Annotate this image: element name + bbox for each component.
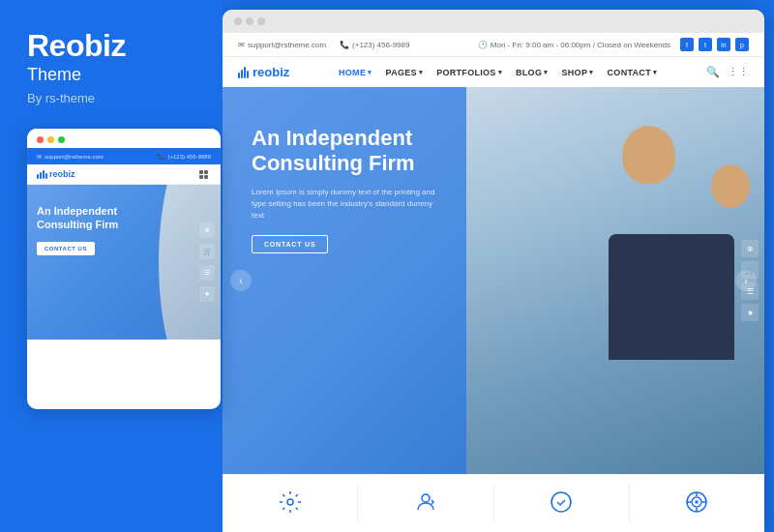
nav-blog[interactable]: BLOG ▾ (516, 68, 549, 77)
twitter-icon[interactable]: t (699, 38, 712, 51)
email-icon: ✉ (37, 153, 42, 160)
feature-person-icon (414, 490, 437, 517)
left-panel: Reobiz Theme By rs-theme ✉ support@rsthe… (0, 0, 223, 532)
chevron-icon: ▾ (419, 69, 423, 76)
mobile-right-icon-1: ⊕ (199, 222, 215, 238)
feature-2 (358, 485, 493, 522)
search-icon[interactable]: 🔍 (706, 66, 720, 78)
bar4 (45, 173, 47, 179)
nav-home[interactable]: HOME ▾ (339, 68, 372, 77)
feature-1 (223, 485, 358, 522)
svg-point-2 (551, 492, 571, 512)
logo-bar4 (247, 71, 249, 78)
brand-by: By rs-theme (27, 91, 203, 105)
floating-icon-2: 🛒 (741, 261, 759, 279)
mobile-window-dots (37, 136, 65, 143)
hero-arrow-left[interactable]: ‹ (230, 270, 252, 291)
brand-title: Reobiz (27, 29, 203, 63)
topbar-hours: 🕐 Mon - Fri: 9:00 am - 06:00pm / Closed … (478, 41, 670, 49)
mobile-right-icon-2: 🛒 (199, 244, 215, 259)
mobile-right-icon-4: ★ (199, 286, 215, 302)
hero-description: Lorem Ipsum is simply dummy text of the … (252, 187, 445, 222)
mobile-logo: reobiz (37, 169, 75, 179)
bar3 (43, 170, 45, 179)
topbar-email: ✉ support@rstheme.com (238, 41, 326, 49)
svg-point-4 (692, 497, 701, 507)
mobile-hero-title: An Independent Consulting Firm (37, 204, 172, 232)
mobile-contact-button[interactable]: CONTACT US (37, 242, 95, 255)
mobile-preview: ✉ support@rstheme.com 📞 (+123) 456-9989 … (27, 129, 221, 409)
mobile-hero-content: An Independent Consulting Firm CONTACT U… (37, 204, 172, 255)
grid-dot (199, 170, 203, 174)
browser-dots (234, 17, 265, 25)
hero-person-silhouette (466, 87, 764, 474)
chevron-icon: ▾ (544, 69, 548, 76)
browser-dot-3 (257, 17, 265, 25)
email-icon: ✉ (238, 41, 245, 49)
floating-icon-1: ⊕ (741, 240, 759, 257)
social-icons: f t in p (680, 38, 749, 51)
browser-window: ✉ support@rstheme.com 📞 (+123) 456-9989 … (223, 10, 764, 532)
browser-content: ✉ support@rstheme.com 📞 (+123) 456-9989 … (223, 33, 764, 532)
topbar-right: 🕐 Mon - Fri: 9:00 am - 06:00pm / Closed … (478, 38, 749, 51)
browser-dot-2 (246, 17, 253, 25)
grid-dot (204, 170, 208, 174)
site-hero: An Independent Consulting Firm Lorem Ips… (223, 87, 764, 474)
floating-icon-3: ☰ (741, 282, 759, 300)
browser-dot-1 (234, 17, 242, 25)
hero-content: An Independent Consulting Firm Lorem Ips… (252, 126, 484, 253)
mobile-hero: An Independent Consulting Firm CONTACT U… (27, 185, 221, 340)
clock-icon: 🕐 (478, 41, 488, 49)
nav-contact[interactable]: CONTACT ▾ (608, 68, 658, 77)
browser-chrome (223, 10, 764, 33)
topbar-phone: 📞 (+123) 456-9989 (340, 41, 409, 49)
instagram-icon[interactable]: in (717, 38, 730, 51)
nav-portfolios[interactable]: PORTFOLIOS ▾ (436, 68, 502, 77)
feature-4 (630, 485, 764, 522)
site-logo: reobiz (238, 65, 289, 79)
mobile-nav-grid-icon (199, 170, 211, 179)
dot-red (37, 136, 44, 143)
topbar-left: ✉ support@rstheme.com 📞 (+123) 456-9989 (238, 41, 409, 49)
mobile-logo-icon (37, 170, 47, 179)
feature-3 (494, 485, 630, 522)
bar1 (37, 174, 39, 179)
site-nav: reobiz HOME ▾ PAGES ▾ PORTFOLIOS ▾ BLOG … (223, 57, 764, 87)
grid-dot (199, 175, 203, 179)
hero-floating-icons: ⊕ 🛒 ☰ ★ (741, 106, 759, 455)
logo-bar3 (244, 67, 246, 78)
feature-target-icon (685, 490, 708, 517)
nav-links: HOME ▾ PAGES ▾ PORTFOLIOS ▾ BLOG ▾ SHOP … (339, 68, 657, 77)
nav-pages[interactable]: PAGES ▾ (386, 68, 424, 77)
svg-point-0 (287, 499, 293, 505)
mobile-phone: 📞 (+123) 456-9989 (158, 153, 211, 160)
chevron-icon: ▾ (498, 69, 502, 76)
grid-icon[interactable]: ⋮⋮ (728, 66, 749, 78)
person-body (609, 234, 734, 360)
nav-shop[interactable]: SHOP ▾ (562, 68, 594, 77)
hero-person-area (466, 87, 764, 474)
chevron-icon: ▾ (653, 69, 657, 76)
site-topbar: ✉ support@rstheme.com 📞 (+123) 456-9989 … (223, 33, 764, 57)
brand-subtitle: Theme (27, 65, 203, 85)
phone-icon: 📞 (340, 41, 349, 49)
logo-bars-icon (238, 67, 249, 78)
hero-contact-button[interactable]: CONTACT US (252, 235, 328, 253)
dot-yellow (47, 136, 54, 143)
mobile-header-bar: ✉ support@rstheme.com 📞 (+123) 456-9989 (27, 148, 221, 164)
svg-point-1 (422, 494, 430, 502)
facebook-icon[interactable]: f (680, 38, 694, 51)
feature-strip (223, 474, 764, 532)
chevron-icon: ▾ (368, 69, 372, 76)
bar2 (40, 172, 42, 179)
person-head (622, 126, 675, 184)
feature-check-icon (550, 490, 573, 517)
pinterest-icon[interactable]: p (735, 38, 749, 51)
mobile-right-icons: ⊕ 🛒 ☰ ★ (199, 185, 215, 340)
hero-title: An Independent Consulting Firm (252, 126, 484, 177)
mobile-topbar (27, 129, 221, 148)
logo-bar2 (241, 70, 243, 78)
phone-icon: 📞 (158, 153, 164, 160)
nav-actions: 🔍 ⋮⋮ (706, 66, 749, 78)
logo-bar1 (238, 73, 240, 78)
